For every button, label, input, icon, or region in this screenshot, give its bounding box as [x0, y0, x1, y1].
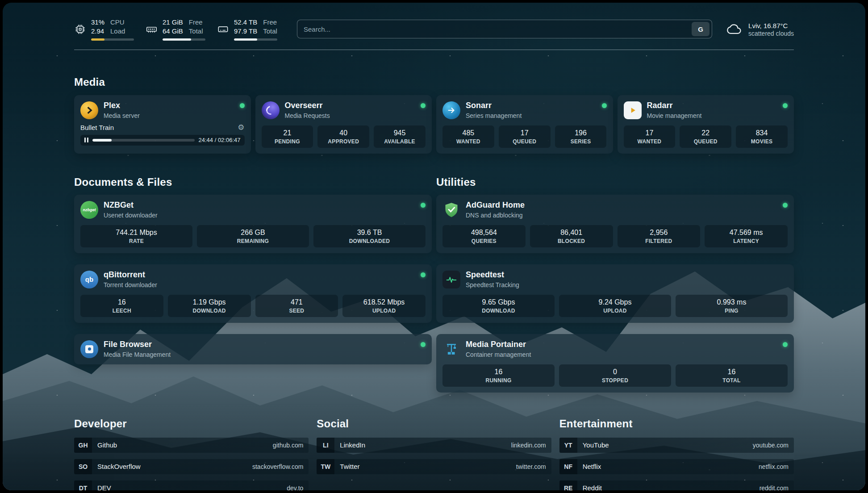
service-name: AdGuard Home — [466, 201, 525, 210]
cpu-load: 2.94 — [91, 27, 104, 36]
memory-widget: 21 GiB 64 GiB Free Total — [146, 18, 205, 41]
service-card-radarr[interactable]: Radarr Movie management 17 WANTED 22 QUE… — [618, 95, 794, 154]
service-card-nzbget[interactable]: nzbget NZBGet Usenet downloader 744.21 M… — [74, 195, 432, 253]
disk-free-label: Free — [263, 18, 277, 27]
bookmark-url: stackoverflow.com — [252, 463, 303, 470]
stat-total: 16 TOTAL — [676, 364, 788, 387]
section-title-entertainment: Entertainment — [559, 418, 794, 430]
disk-total: 97.9 TB — [234, 27, 257, 36]
service-name: Radarr — [647, 101, 702, 111]
stat-latency: 47.569 ms LATENCY — [705, 225, 788, 247]
service-name: NZBGet — [104, 201, 158, 210]
service-description: Torrent downloader — [104, 281, 157, 289]
disk-free: 52.4 TB — [234, 18, 257, 27]
cpu-usage: 31% — [91, 18, 104, 27]
cpu-widget: 31% 2.94 CPU Load — [74, 18, 134, 41]
service-name: Overseerr — [285, 101, 330, 111]
cloud-icon — [726, 21, 743, 37]
search-engine-button[interactable]: G — [692, 22, 709, 36]
weather-widget: Lviv, 16.87°C scattered clouds — [726, 21, 794, 37]
section-title-media: Media — [74, 76, 794, 88]
stat-remaining: 266 GB REMAINING — [197, 225, 309, 247]
bookmark-url: linkedin.com — [511, 442, 546, 449]
bookmark-name: DEV — [97, 484, 111, 490]
bookmark-twitter[interactable]: TW Twitter twitter.com — [317, 459, 551, 474]
status-dot-online — [783, 103, 788, 108]
bookmark-stackoverflow[interactable]: SO StackOverflow stackoverflow.com — [74, 459, 309, 474]
service-name: Plex — [104, 101, 140, 111]
qbittorrent-icon: qb — [80, 271, 98, 288]
stat-queued: 22 QUEUED — [680, 125, 731, 148]
status-dot-online — [421, 103, 426, 108]
bookmark-dev[interactable]: DT DEV dev.to — [74, 480, 309, 490]
stat-upload: 9.24 Gbps UPLOAD — [559, 295, 671, 317]
status-dot-online — [421, 203, 426, 208]
stat-wanted: 485 WANTED — [442, 125, 494, 148]
stat-movies: 834 MOVIES — [736, 125, 788, 148]
section-title-utilities: Utilities — [436, 176, 794, 188]
bookmark-abbr: TW — [317, 459, 334, 474]
disk-usage-bar — [234, 38, 277, 41]
memory-usage-bar — [163, 38, 205, 41]
service-description: Movie management — [647, 112, 702, 120]
bookmark-netflix[interactable]: NF Netflix netflix.com — [559, 459, 794, 474]
sonarr-icon — [442, 101, 460, 119]
stat-seed: 471 SEED — [255, 295, 338, 317]
now-playing-title: Bullet Train — [80, 124, 114, 131]
bookmark-youtube[interactable]: YT YouTube youtube.com — [559, 438, 794, 453]
bookmark-reddit[interactable]: RE Reddit reddit.com — [559, 480, 794, 490]
service-card-speedtest[interactable]: Speedtest Speedtest Tracking 9.65 Gbps D… — [436, 264, 794, 323]
plex-icon — [80, 101, 98, 119]
bookmark-abbr: NF — [559, 459, 577, 474]
stat-wanted: 17 WANTED — [624, 125, 676, 148]
search-bar: G — [297, 20, 712, 38]
bookmark-name: Netflix — [583, 463, 601, 470]
service-description: Series management — [466, 112, 522, 120]
bookmark-linkedin[interactable]: LI LinkedIn linkedin.com — [317, 438, 551, 453]
bookmark-name: LinkedIn — [340, 441, 365, 449]
bookmark-github[interactable]: GH Github github.com — [74, 438, 309, 453]
plex-player-bar: 24:44 / 02:06:47 — [80, 135, 245, 146]
bookmark-group-developer: Developer GH Github github.com SO StackO… — [74, 418, 309, 490]
service-card-sonarr[interactable]: Sonarr Series management 485 WANTED 17 Q… — [436, 95, 613, 154]
bookmark-group-social: Social LI LinkedIn linkedin.com TW Twitt… — [317, 418, 551, 490]
cpu-load-label: Load — [110, 27, 125, 36]
disk-widget: 52.4 TB 97.9 TB Free Total — [217, 18, 277, 41]
service-card-qbittorrent[interactable]: qb qBittorrent Torrent downloader 16 — [74, 264, 432, 323]
bookmark-name: StackOverflow — [97, 463, 141, 470]
service-card-overseerr[interactable]: Overseerr Media Requests 21 PENDING 40 A… — [255, 95, 432, 154]
service-card-filebrowser[interactable]: File Browser Media File Management — [74, 334, 432, 364]
memory-free-label: Free — [189, 18, 203, 27]
memory-total: 64 GiB — [163, 27, 183, 36]
disk-icon — [217, 23, 229, 35]
bookmark-url: netflix.com — [759, 463, 789, 470]
service-card-portainer[interactable]: Media Portainer Container management 16 … — [436, 334, 794, 393]
service-card-plex[interactable]: Plex Media server Bullet Train ⚙ — [74, 95, 251, 154]
service-card-adguard[interactable]: AdGuard Home DNS and adblocking 498,564 … — [436, 195, 794, 253]
stat-queued: 17 QUEUED — [499, 125, 551, 148]
bookmark-name: Reddit — [583, 484, 602, 490]
weather-location-temp: Lviv, 16.87°C — [748, 21, 794, 30]
playback-time: 24:44 / 02:06:47 — [199, 137, 241, 143]
top-bar: 31% 2.94 CPU Load — [74, 3, 794, 41]
dashboard-screen: 31% 2.94 CPU Load — [3, 3, 865, 490]
search-input[interactable] — [304, 25, 692, 33]
service-name: Speedtest — [466, 270, 519, 280]
status-dot-online — [240, 103, 245, 108]
playback-progress-track — [92, 139, 195, 142]
bookmark-abbr: SO — [74, 459, 92, 474]
service-description: Container management — [466, 351, 531, 359]
bookmark-name: YouTube — [583, 441, 609, 449]
memory-free: 21 GiB — [163, 18, 183, 27]
gear-icon[interactable]: ⚙ — [238, 124, 244, 131]
stat-ping: 0.993 ms PING — [676, 295, 788, 317]
pause-icon[interactable] — [84, 138, 88, 142]
status-dot-online — [421, 342, 426, 347]
weather-condition: scattered clouds — [748, 30, 794, 37]
memory-icon — [146, 23, 158, 35]
stat-blocked: 86,401 BLOCKED — [530, 225, 613, 247]
section-title-documents: Documents & Files — [74, 176, 432, 188]
header-divider — [74, 50, 794, 50]
speedtest-icon — [442, 271, 460, 288]
stat-download: 9.65 Gbps DOWNLOAD — [442, 295, 555, 317]
